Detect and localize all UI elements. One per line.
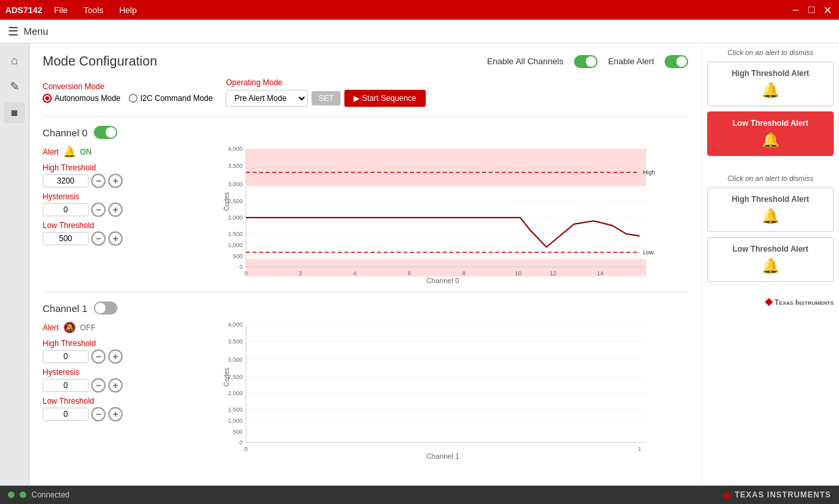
svg-text:High: High [643, 169, 655, 176]
svg-text:12: 12 [550, 270, 556, 277]
autonomous-mode-option[interactable]: Autonomous Mode [43, 94, 121, 103]
svg-text:Codes: Codes [223, 192, 230, 211]
ch1-high-stepper: − + [43, 349, 174, 364]
file-menu[interactable]: File [50, 4, 72, 16]
set-button[interactable]: SET [312, 91, 340, 106]
right-panel: Click on an alert to dismiss High Thresh… [701, 43, 839, 486]
channel-1-controls: Alert 🔕 OFF High Threshold − + Hystere [43, 321, 174, 461]
channel-0-content: Alert 🔔 ON High Threshold − + Hysteres [43, 145, 688, 285]
ch1-hysteresis-stepper: − + [43, 378, 174, 393]
channel-0-chart: 4,000 3,500 3,000 2,500 2,000 1,500 1,00… [184, 145, 688, 285]
svg-text:Low: Low [643, 249, 654, 256]
svg-text:4,000: 4,000 [228, 145, 243, 152]
ch1-high-label: High Threshold [43, 339, 174, 348]
ch1-low-alert-card[interactable]: Low Threshold Alert 🔔 [707, 237, 834, 282]
channel-0-toggle[interactable] [94, 126, 117, 139]
ch1-low-minus-button[interactable]: − [91, 407, 106, 421]
tools-menu[interactable]: Tools [79, 4, 107, 16]
svg-text:1,500: 1,500 [228, 231, 243, 237]
ch0-high-label: High Threshold [43, 163, 174, 172]
ch0-high-alert-card[interactable]: High Threshold Alert 🔔 [707, 62, 834, 106]
hamburger-icon[interactable]: ☰ [8, 24, 18, 39]
svg-text:8: 8 [462, 270, 465, 277]
i2c-mode-label: I2C Command Mode [140, 94, 213, 103]
minimize-button[interactable]: – [789, 4, 802, 16]
status-dot-green2 [20, 492, 26, 498]
sidebar-home-icon[interactable]: ⌂ [4, 50, 25, 71]
channel-0-alert-row: Alert 🔔 ON [43, 145, 174, 158]
op-row: Pre Alert Mode Post Alert Mode Alert Onl… [226, 90, 425, 107]
menu-label: Menu [24, 26, 49, 37]
ch1-hysteresis-plus-button[interactable]: + [108, 378, 123, 393]
ch1-high-alert-card[interactable]: High Threshold Alert 🔔 [707, 187, 834, 232]
page-header: Mode Configuration Enable All Channels E… [43, 54, 688, 69]
sidebar-edit-icon[interactable]: ✎ [4, 76, 25, 97]
ch0-hysteresis-plus-button[interactable]: + [108, 203, 123, 217]
conversion-mode-group: Conversion Mode Autonomous Mode I2C Comm… [43, 82, 213, 103]
operating-mode-select[interactable]: Pre Alert Mode Post Alert Mode Alert Onl… [226, 90, 308, 107]
channel-0-section: Channel 0 Alert 🔔 ON High Threshold [43, 116, 688, 285]
help-menu[interactable]: Help [115, 4, 141, 16]
ch1-bell-icon: 🔕 [63, 321, 76, 334]
window-controls: – □ ✕ [789, 4, 834, 16]
svg-text:4,000: 4,000 [228, 321, 243, 328]
close-button[interactable]: ✕ [821, 4, 834, 16]
operating-mode-label: Operating Mode [226, 78, 425, 87]
ch0-high-plus-button[interactable]: + [108, 174, 123, 188]
ch0-alert-status: ON [80, 147, 92, 157]
ch1-high-minus-button[interactable]: − [91, 349, 106, 364]
ch0-high-minus-button[interactable]: − [91, 174, 106, 188]
svg-text:500: 500 [233, 429, 243, 435]
svg-text:3,000: 3,000 [228, 181, 243, 187]
play-icon: ▶ [354, 94, 359, 103]
header-controls: Enable All Channels Enable Alert [487, 55, 688, 68]
channel-1-name: Channel 1 [43, 303, 87, 314]
ch0-hysteresis-input[interactable] [43, 203, 89, 216]
ch0-low-alert-card[interactable]: Low Threshold Alert 🔔 [707, 111, 834, 156]
channel-1-toggle[interactable]: .toggle[data-name="channel-1-toggle"]::a… [94, 301, 117, 315]
i2c-mode-option[interactable]: I2C Command Mode [129, 94, 213, 103]
start-sequence-button[interactable]: ▶ Start Sequence [344, 90, 426, 107]
svg-text:1,000: 1,000 [228, 242, 243, 248]
channel-0-name: Channel 0 [43, 127, 87, 138]
ch0-low-input[interactable] [43, 232, 89, 245]
svg-text:3,500: 3,500 [228, 338, 243, 345]
ch0-high-input[interactable] [43, 174, 89, 187]
ch0-high-alert-bell-icon: 🔔 [714, 82, 827, 99]
ch1-hysteresis-input[interactable] [43, 379, 89, 392]
svg-text:6: 6 [407, 270, 411, 277]
ch1-low-threshold-row: Low Threshold − + [43, 397, 174, 421]
enable-all-toggle[interactable] [574, 55, 598, 68]
ch1-high-alert-bell-icon: 🔔 [714, 208, 827, 225]
svg-text:3,000: 3,000 [228, 357, 243, 363]
sidebar-chip-icon[interactable]: ■ [4, 102, 25, 123]
ch1-low-stepper: − + [43, 407, 174, 421]
ti-brand-right: ◆ Texas Instruments [707, 295, 834, 307]
ch1-hysteresis-minus-button[interactable]: − [91, 378, 106, 393]
ch1-low-alert-bell-icon: 🔔 [714, 258, 827, 275]
ch0-low-minus-button[interactable]: − [91, 231, 106, 246]
ch1-alert-status: OFF [80, 323, 96, 332]
ch1-low-input[interactable] [43, 408, 89, 421]
svg-text:Codes: Codes [223, 368, 230, 387]
ch1-high-plus-button[interactable]: + [108, 349, 123, 364]
svg-text:2,000: 2,000 [228, 390, 243, 397]
svg-rect-1 [246, 259, 646, 277]
operating-mode-group: Operating Mode Pre Alert Mode Post Alert… [226, 78, 425, 107]
ch1-low-plus-button[interactable]: + [108, 407, 123, 421]
status-dot-green [8, 492, 14, 498]
ch1-alert-label: Alert [43, 323, 59, 332]
status-bar: Connected ◆ Texas Instruments [0, 486, 839, 504]
conversion-mode-label: Conversion Mode [43, 82, 213, 91]
maximize-button[interactable]: □ [805, 4, 818, 16]
ch0-low-plus-button[interactable]: + [108, 231, 123, 246]
channel-1-content: Alert 🔕 OFF High Threshold − + Hystere [43, 321, 688, 461]
ch0-hysteresis-label: Hysteresis [43, 192, 174, 201]
app-name: ADS7142 [5, 5, 42, 15]
svg-text:2: 2 [298, 270, 302, 277]
ch1-high-input[interactable] [43, 350, 89, 363]
ti-brand-text: Texas Instruments [775, 298, 834, 306]
connection-status: Connected [31, 490, 70, 499]
ch0-hysteresis-minus-button[interactable]: − [91, 203, 106, 217]
enable-alert-toggle[interactable] [665, 55, 688, 68]
